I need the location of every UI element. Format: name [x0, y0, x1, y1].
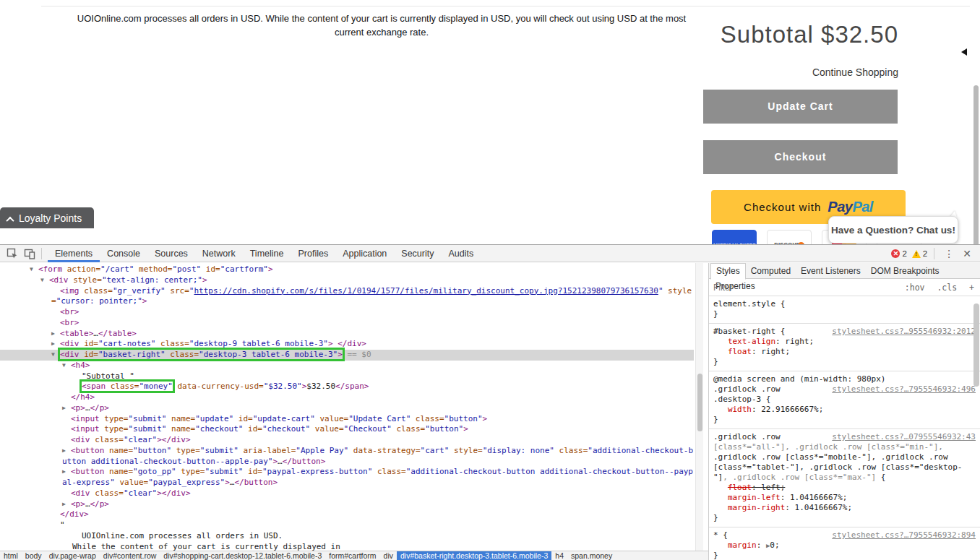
warning-badge[interactable]: 2 [912, 249, 927, 258]
tree-line[interactable]: ▼<h4> [0, 361, 694, 371]
css-rule-line[interactable]: "], .gridlock .row [class*="max-"] { [713, 473, 976, 483]
loyalty-points-tab[interactable]: Loyalty Points [0, 207, 94, 228]
breadcrumb-item[interactable]: form#cartform [325, 551, 379, 560]
css-rule-line[interactable]: } [713, 309, 976, 319]
toggle-element-classes[interactable]: .cls [937, 283, 957, 293]
tab-security[interactable]: Security [394, 245, 441, 262]
tree-line[interactable]: ▼<form action="/cart" method="post" id="… [0, 264, 694, 275]
css-rule-line[interactable]: [class*="tablet-"], .gridlock .row [clas… [713, 462, 976, 473]
tree-line[interactable]: <input type="submit" name="update" id="u… [0, 414, 694, 425]
disclosure-triangle-icon[interactable]: ▼ [40, 275, 49, 286]
tree-line[interactable]: ▶<button name="goto_pp" type="submit" id… [0, 467, 694, 488]
tab-elements[interactable]: Elements [48, 245, 100, 262]
css-rule-line[interactable]: element.style { [713, 299, 976, 309]
styles-tab-styles[interactable]: Styles [710, 263, 746, 280]
tab-console[interactable]: Console [100, 245, 147, 262]
stylesheet-link[interactable]: stylesheet.css?…7955546932:894 [832, 530, 976, 540]
css-rule-line[interactable]: } [713, 415, 976, 425]
breadcrumb-item[interactable]: h4 [551, 551, 567, 560]
close-devtools-icon[interactable]: ✕ [958, 248, 976, 259]
css-rule-line[interactable]: text-align: right; [713, 337, 976, 347]
tree-line[interactable]: ▶<div id="cart-notes" class="desktop-9 t… [0, 339, 694, 350]
device-toolbar-icon[interactable] [24, 248, 35, 259]
css-rule-line[interactable]: stylesheet.css?…07955546932:43.gridlock … [713, 432, 976, 442]
css-rule-line[interactable]: margin: ▶0; [713, 540, 976, 551]
page-scrollbar-thumb[interactable] [973, 85, 979, 244]
css-rule-line[interactable]: [class*="all-"], .gridlock .row [class*=… [713, 442, 976, 452]
tree-line[interactable]: ▶<table>…</table> [0, 329, 694, 340]
stylesheet-link[interactable]: stylesheet.css?…07955546932:43 [832, 432, 976, 442]
tree-line[interactable]: ▼<div style="text-align: center;"> [0, 275, 694, 286]
tree-line[interactable]: ▶<p>…</p> [0, 403, 694, 414]
tree-line[interactable]: <div class="clear"></div> [0, 488, 694, 499]
breadcrumb-item[interactable]: div [380, 551, 397, 560]
tree-line[interactable]: "Subtotal " [0, 371, 694, 382]
css-rule-line[interactable]: } [713, 513, 976, 523]
stylesheet-link[interactable]: stylesheet.css?…955546932:2012 [832, 327, 976, 337]
tree-line[interactable]: <div class="clear"></div> [0, 435, 694, 446]
styles-tab-dom-breakpoints[interactable]: DOM Breakpoints [866, 264, 945, 279]
tree-line[interactable]: ▶<p>…</p> [0, 499, 694, 510]
continue-shopping-link[interactable]: Continue Shopping [703, 66, 898, 78]
css-rule-line[interactable]: } [713, 357, 976, 367]
tree-line[interactable]: ▶<button name="button" type="submit" ari… [0, 446, 694, 468]
breadcrumb-item[interactable]: div.page-wrap [46, 551, 100, 560]
tree-line[interactable]: <span class="money" data-currency-usd="$… [0, 382, 694, 392]
tree-line[interactable]: <br> [0, 318, 694, 329]
elements-scrollbar[interactable] [695, 263, 703, 551]
tree-line[interactable]: UOIOnline.com processes all orders in US… [0, 531, 694, 542]
css-rule-line[interactable]: stylesheet.css?…955546932:2012#basket-ri… [713, 327, 976, 337]
tab-profiles[interactable]: Profiles [291, 245, 335, 262]
elements-scrollbar-thumb[interactable] [697, 374, 702, 431]
styles-tab-computed[interactable]: Computed [746, 264, 796, 279]
breadcrumb-item[interactable]: body [22, 551, 46, 560]
css-rule-line[interactable]: stylesheet.css?…7955546932:496.gridlock … [713, 384, 976, 395]
breadcrumb-item[interactable]: div#content.row [100, 551, 160, 560]
tree-line[interactable]: </h4> [0, 392, 694, 403]
css-rule-line[interactable]: float: right; [713, 347, 976, 357]
disclosure-triangle-icon[interactable]: ▶ [62, 446, 71, 457]
tree-line[interactable]: <br> [0, 307, 694, 318]
tree-line[interactable]: " [0, 520, 694, 531]
checkout-button[interactable]: Checkout [703, 140, 898, 174]
disclosure-triangle-icon[interactable]: ▶ [62, 499, 71, 510]
breadcrumb-item[interactable]: html [0, 551, 22, 560]
css-rule-line[interactable]: width: 22.91666667%; [713, 405, 976, 415]
disclosure-triangle-icon[interactable]: ▼ [51, 350, 60, 361]
breadcrumb-item[interactable]: div#basket-right.desktop-3.tablet-6.mobi… [397, 551, 551, 560]
disclosure-triangle-icon[interactable]: ▶ [51, 329, 60, 340]
disclosure-triangle-icon[interactable]: ▼ [30, 264, 38, 275]
css-rule-line[interactable]: .gridlock .row [class*="mobile-"], .grid… [713, 452, 976, 462]
side-panel-arrow-icon[interactable] [961, 48, 967, 56]
styles-filter-input[interactable] [709, 279, 839, 296]
breadcrumb-item[interactable]: div#shopping-cart.desktop-12.tablet-6.mo… [160, 551, 325, 560]
css-rule-line[interactable]: stylesheet.css?…7955546932:894* { [713, 530, 976, 540]
inspect-element-icon[interactable] [7, 248, 18, 259]
more-options-kebab-icon[interactable]: ⋮ [940, 248, 958, 259]
css-rule-line[interactable]: margin-left: 1.04166667%; [713, 493, 976, 503]
chat-widget[interactable]: Have a Question? Chat us! [828, 216, 958, 244]
styles-scrollbar-thumb[interactable] [973, 303, 979, 387]
tree-line[interactable]: <input type="submit" name="checkout" id=… [0, 424, 694, 435]
breadcrumb-item[interactable]: span.money [567, 551, 616, 560]
styles-tab-event-listeners[interactable]: Event Listeners [796, 264, 866, 279]
tree-line[interactable]: <img class="gr_verify" src="https://cdn.… [0, 286, 694, 308]
tab-network[interactable]: Network [195, 245, 243, 262]
tab-application[interactable]: Application [335, 245, 394, 262]
tab-audits[interactable]: Audits [441, 245, 481, 262]
disclosure-triangle-icon[interactable]: ▶ [62, 467, 71, 478]
tab-sources[interactable]: Sources [147, 245, 195, 262]
css-rule-line[interactable]: float: left; [713, 483, 976, 493]
css-rule-line[interactable]: } [713, 551, 976, 560]
tree-line[interactable]: While the content of your cart is curren… [0, 542, 694, 551]
toggle-hover-state[interactable]: :hov [905, 283, 925, 293]
disclosure-triangle-icon[interactable]: ▶ [62, 403, 71, 414]
tree-line[interactable]: </div> [0, 509, 694, 520]
css-rule-line[interactable]: margin-right: 1.04166667%; [713, 503, 976, 513]
disclosure-triangle-icon[interactable]: ▼ [62, 361, 71, 371]
css-rule-line[interactable]: .desktop-3 { [713, 395, 976, 405]
stylesheet-link[interactable]: stylesheet.css?…7955546932:496 [832, 384, 976, 395]
new-style-rule-button[interactable]: + [969, 283, 974, 293]
tab-timeline[interactable]: Timeline [243, 245, 291, 262]
disclosure-triangle-icon[interactable]: ▶ [51, 339, 60, 350]
